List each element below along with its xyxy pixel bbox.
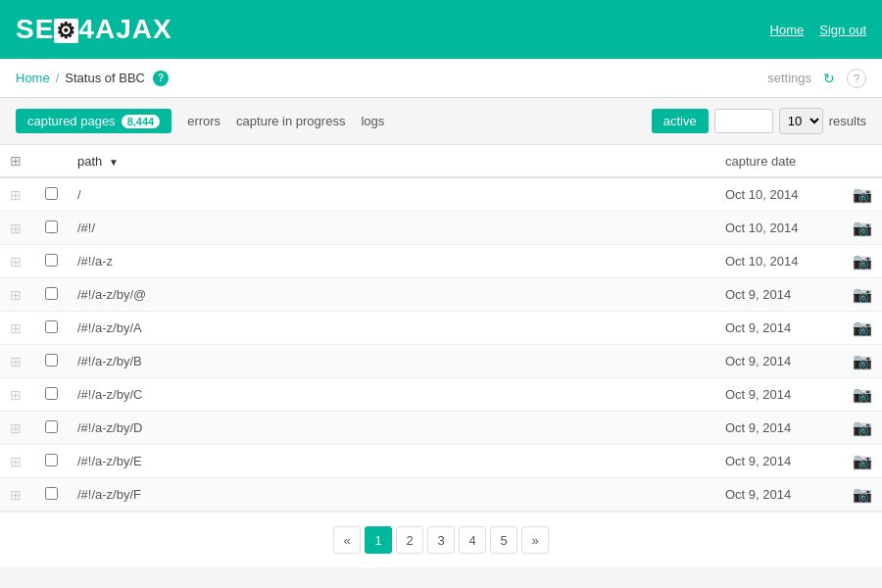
breadcrumb-home[interactable]: Home	[16, 71, 50, 85]
header: SE⚙4AJAX Home Sign out	[0, 0, 882, 59]
row-path: /#!/a-z/by/C	[68, 378, 715, 412]
camera-icon[interactable]: 📷	[853, 186, 872, 203]
row-action[interactable]: 📷	[843, 212, 882, 245]
row-path: /#!/a-z/by/@	[68, 278, 715, 312]
pagination-page-1[interactable]: 1	[365, 526, 392, 554]
select-all-header[interactable]: ⊞	[0, 145, 35, 177]
row-checkbox[interactable]	[45, 420, 58, 433]
camera-icon[interactable]: 📷	[853, 353, 872, 369]
action-header	[843, 145, 882, 177]
table-row: ⊞ /#!/a-z/by/F Oct 9, 2014 📷	[0, 478, 882, 512]
pages-table: ⊞ path ▼ capture date ⊞ / Oct 10, 2014	[0, 145, 882, 512]
camera-icon[interactable]: 📷	[853, 419, 872, 436]
captured-pages-badge: 8,444	[122, 115, 161, 128]
row-checkbox-cell[interactable]	[35, 345, 68, 378]
row-checkbox[interactable]	[45, 254, 58, 267]
table-container: ⊞ path ▼ capture date ⊞ / Oct 10, 2014	[0, 145, 882, 512]
row-checkbox-cell[interactable]	[35, 278, 68, 312]
row-grid-icon-cell: ⊞	[0, 312, 35, 345]
row-checkbox[interactable]	[45, 220, 58, 233]
row-action[interactable]: 📷	[843, 478, 882, 512]
refresh-icon[interactable]: ↻	[819, 69, 839, 88]
row-checkbox-cell[interactable]	[35, 378, 68, 412]
pagination-page-3[interactable]: 3	[427, 526, 455, 554]
sort-icon: ▼	[109, 157, 119, 168]
settings-link[interactable]: settings	[767, 71, 811, 85]
row-grid-icon: ⊞	[10, 454, 25, 469]
row-checkbox[interactable]	[45, 354, 58, 367]
results-select[interactable]: 10 25 50	[779, 108, 823, 134]
select-all-icon[interactable]: ⊞	[10, 153, 22, 169]
row-checkbox[interactable]	[45, 487, 58, 500]
row-grid-icon: ⊞	[10, 320, 25, 336]
camera-icon[interactable]: 📷	[853, 486, 872, 503]
camera-icon[interactable]: 📷	[853, 453, 872, 469]
tab-logs[interactable]: logs	[361, 114, 384, 128]
header-nav: Home Sign out	[770, 23, 866, 37]
row-date: Oct 9, 2014	[715, 445, 843, 478]
row-path: /#!/a-z/by/F	[68, 478, 715, 512]
pagination-page-2[interactable]: 2	[396, 526, 423, 554]
row-grid-icon: ⊞	[10, 220, 25, 236]
row-grid-icon-cell: ⊞	[0, 245, 35, 278]
row-grid-icon-cell: ⊞	[0, 478, 35, 512]
row-path: /#!/a-z/by/D	[68, 412, 715, 445]
row-action[interactable]: 📷	[843, 278, 882, 312]
row-date: Oct 10, 2014	[715, 245, 843, 278]
row-checkbox-cell[interactable]	[35, 245, 68, 278]
tab-captured-pages[interactable]: captured pages 8,444	[16, 109, 172, 133]
row-action[interactable]: 📷	[843, 312, 882, 345]
row-checkbox-cell[interactable]	[35, 312, 68, 345]
row-checkbox-cell[interactable]	[35, 445, 68, 478]
table-row: ⊞ /#!/a-z/by/A Oct 9, 2014 📷	[0, 312, 882, 345]
row-date: Oct 9, 2014	[715, 345, 843, 378]
camera-icon[interactable]: 📷	[853, 386, 872, 403]
row-checkbox-cell[interactable]	[35, 212, 68, 245]
row-checkbox[interactable]	[45, 187, 58, 200]
tab-errors[interactable]: errors	[187, 114, 220, 128]
row-action[interactable]: 📷	[843, 412, 882, 445]
row-action[interactable]: 📷	[843, 177, 882, 212]
filter-input[interactable]	[714, 109, 773, 133]
row-date: Oct 9, 2014	[715, 312, 843, 345]
table-row: ⊞ /#!/ Oct 10, 2014 📷	[0, 212, 882, 245]
row-action[interactable]: 📷	[843, 245, 882, 278]
row-grid-icon-cell: ⊞	[0, 378, 35, 412]
signout-link[interactable]: Sign out	[819, 23, 866, 37]
help-circle-icon[interactable]: ?	[847, 69, 866, 88]
breadcrumb-help-icon[interactable]: ?	[153, 71, 169, 86]
row-action[interactable]: 📷	[843, 378, 882, 412]
camera-icon[interactable]: 📷	[853, 319, 872, 336]
row-checkbox[interactable]	[45, 454, 58, 466]
active-filter-button[interactable]: active	[652, 109, 709, 133]
row-checkbox[interactable]	[45, 387, 58, 400]
row-date: Oct 9, 2014	[715, 278, 843, 312]
row-date: Oct 9, 2014	[715, 478, 843, 512]
home-link[interactable]: Home	[770, 23, 805, 37]
row-checkbox[interactable]	[45, 320, 58, 333]
tabs-bar: captured pages 8,444 errors capture in p…	[0, 98, 882, 145]
tab-capture-in-progress[interactable]: capture in progress	[236, 114, 345, 128]
camera-icon[interactable]: 📷	[853, 286, 872, 303]
row-path: /#!/a-z/by/B	[68, 345, 715, 378]
row-path: /#!/a-z/by/A	[68, 312, 715, 345]
tabs-left: captured pages 8,444 errors capture in p…	[16, 109, 384, 133]
row-grid-icon: ⊞	[10, 254, 25, 270]
pagination-page-5[interactable]: 5	[490, 526, 517, 554]
table-row: ⊞ /#!/a-z/by/E Oct 9, 2014 📷	[0, 445, 882, 478]
pagination-next[interactable]: »	[521, 526, 549, 554]
row-grid-icon: ⊞	[10, 487, 25, 503]
row-checkbox-cell[interactable]	[35, 177, 68, 212]
pagination-page-4[interactable]: 4	[459, 526, 486, 554]
camera-icon[interactable]: 📷	[853, 253, 872, 270]
pagination-prev[interactable]: «	[333, 526, 361, 554]
row-checkbox[interactable]	[45, 287, 58, 300]
row-grid-icon-cell: ⊞	[0, 278, 35, 312]
row-grid-icon: ⊞	[10, 187, 25, 203]
row-action[interactable]: 📷	[843, 345, 882, 378]
row-checkbox-cell[interactable]	[35, 478, 68, 512]
row-action[interactable]: 📷	[843, 445, 882, 478]
path-header[interactable]: path ▼	[68, 145, 715, 177]
row-checkbox-cell[interactable]	[35, 412, 68, 445]
camera-icon[interactable]: 📷	[853, 220, 872, 236]
